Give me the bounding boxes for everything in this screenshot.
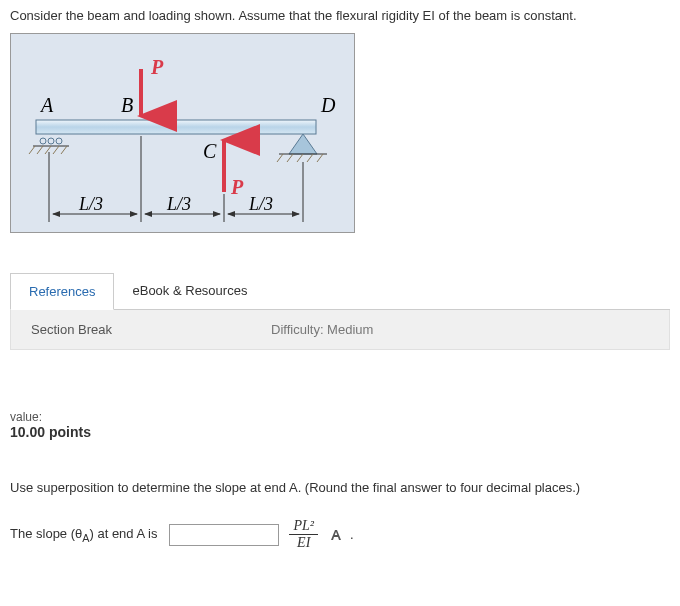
- svg-point-3: [56, 138, 62, 144]
- label-d: D: [320, 94, 336, 116]
- svg-line-13: [297, 154, 303, 162]
- support-pin-d: [277, 134, 327, 162]
- support-roller-a: [29, 138, 69, 154]
- unit-denominator: EI: [297, 535, 310, 550]
- tab-ebook[interactable]: eBook & Resources: [114, 273, 265, 309]
- svg-line-9: [61, 146, 67, 154]
- answer-row: The slope (θA) at end A is PL² EI .: [10, 519, 670, 550]
- svg-line-14: [307, 154, 313, 162]
- difficulty-label: Difficulty: Medium: [271, 322, 373, 337]
- value-label: value:: [10, 410, 670, 424]
- format-icon[interactable]: [328, 527, 344, 543]
- problem-statement: Consider the beam and loading shown. Ass…: [10, 8, 670, 23]
- section-break-row: Section Break Difficulty: Medium: [10, 310, 670, 350]
- svg-line-5: [29, 146, 35, 154]
- svg-line-8: [53, 146, 59, 154]
- prompt-before: The slope (θ: [10, 526, 82, 541]
- label-c: C: [203, 140, 217, 162]
- answer-prompt: The slope (θA) at end A is: [10, 526, 157, 544]
- label-b: B: [121, 94, 133, 116]
- answer-period: .: [350, 527, 354, 542]
- label-a: A: [39, 94, 54, 116]
- label-p-top: P: [150, 56, 164, 78]
- dim-1: L/3: [78, 194, 103, 214]
- unit-fraction: PL² EI: [289, 519, 318, 550]
- svg-line-11: [277, 154, 283, 162]
- svg-rect-0: [36, 120, 316, 134]
- unit-numerator: PL²: [289, 519, 318, 535]
- label-p-bottom: P: [230, 176, 244, 198]
- svg-line-12: [287, 154, 293, 162]
- svg-point-1: [40, 138, 46, 144]
- value-block: value: 10.00 points: [10, 410, 670, 440]
- beam-diagram: A B C D P P L/3 L/3 L/3: [10, 33, 355, 233]
- tabs: References eBook & Resources: [10, 273, 670, 310]
- svg-line-7: [45, 146, 51, 154]
- question-text: Use superposition to determine the slope…: [10, 480, 670, 495]
- svg-point-2: [48, 138, 54, 144]
- value-points: 10.00 points: [10, 424, 670, 440]
- dim-3: L/3: [248, 194, 273, 214]
- prompt-after: ) at end A is: [90, 526, 158, 541]
- svg-line-6: [37, 146, 43, 154]
- dim-2: L/3: [166, 194, 191, 214]
- tab-references[interactable]: References: [10, 273, 114, 310]
- slope-input[interactable]: [169, 524, 279, 546]
- svg-line-15: [317, 154, 323, 162]
- question-block: Use superposition to determine the slope…: [10, 480, 670, 550]
- prompt-sub: A: [82, 531, 89, 543]
- section-break-label: Section Break: [31, 322, 271, 337]
